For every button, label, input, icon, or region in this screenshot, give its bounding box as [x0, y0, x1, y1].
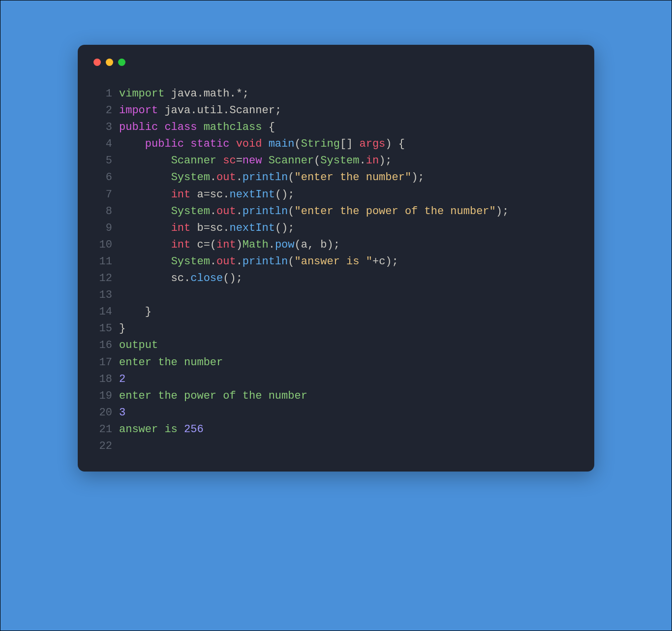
token-punct: .: [360, 155, 366, 167]
token-method: println: [243, 171, 288, 184]
line-number: 22: [92, 438, 112, 455]
token-punct: );: [411, 171, 424, 184]
code-line: 13: [92, 287, 580, 304]
minimize-icon[interactable]: [106, 59, 113, 66]
line-content: answer is 256: [119, 421, 204, 438]
token-var: [119, 222, 171, 234]
token-class: System: [171, 255, 210, 268]
token-var: [262, 138, 268, 150]
token-output: vimport: [119, 88, 164, 100]
token-punct: .: [236, 205, 243, 218]
token-var: [119, 239, 171, 251]
token-outnum: 2: [119, 373, 125, 385]
token-class: Scanner: [171, 155, 216, 167]
token-class: Math: [243, 239, 269, 251]
code-line: 19enter the power of the number: [92, 388, 580, 405]
token-punct: =: [236, 155, 243, 167]
token-type: out: [216, 171, 236, 184]
line-number: 2: [92, 102, 112, 119]
token-type: args: [360, 138, 386, 150]
line-content: }: [119, 320, 125, 337]
line-number: 9: [92, 220, 112, 237]
token-output: answer is: [119, 423, 184, 436]
line-number: 3: [92, 119, 112, 136]
token-punct: {: [269, 121, 275, 133]
token-var: java: [164, 88, 197, 100]
token-type: in: [366, 155, 379, 167]
code-line: 7 int a=sc.nextInt();: [92, 187, 580, 203]
code-area[interactable]: 1vimport java.math.*;2import java.util.S…: [92, 86, 580, 455]
code-editor-window: 1vimport java.math.*;2import java.util.S…: [78, 45, 594, 472]
token-var: b: [190, 222, 203, 234]
code-line: 4 public static void main(String[] args)…: [92, 136, 580, 153]
line-content: int a=sc.nextInt();: [119, 187, 294, 203]
token-punct: .: [184, 272, 190, 284]
line-number: 17: [92, 354, 112, 371]
token-punct: =(: [204, 239, 216, 251]
token-punct: .: [197, 88, 203, 100]
token-punct: }: [145, 306, 152, 318]
token-method: main: [269, 138, 295, 150]
token-var: a: [301, 239, 307, 251]
line-content: enter the power of the number: [119, 388, 307, 405]
line-content: sc.close();: [119, 270, 243, 287]
line-number: 15: [92, 320, 112, 337]
maximize-icon[interactable]: [118, 59, 125, 66]
token-punct: ();: [275, 222, 295, 234]
token-var: sc: [210, 222, 223, 234]
line-content: vimport java.math.*;: [119, 86, 249, 102]
token-var: [229, 138, 236, 150]
line-content: Scanner sc=new Scanner(System.in);: [119, 153, 392, 169]
token-var: [158, 121, 164, 133]
token-punct: );: [385, 255, 398, 268]
line-number: 6: [92, 169, 112, 186]
code-line: 21answer is 256: [92, 421, 580, 438]
token-var: [262, 155, 268, 167]
token-punct: .*;: [229, 88, 249, 100]
line-number: 12: [92, 270, 112, 287]
token-var: [119, 205, 171, 218]
line-content: public class mathclass {: [119, 119, 275, 136]
token-punct: );: [496, 205, 509, 218]
code-line: 16output: [92, 337, 580, 354]
line-number: 14: [92, 304, 112, 320]
code-line: 15}: [92, 320, 580, 337]
code-line: 8 System.out.println("enter the power of…: [92, 203, 580, 220]
token-punct: (: [294, 138, 301, 150]
line-content: output: [119, 337, 158, 354]
token-class: System: [171, 171, 210, 184]
token-method: pow: [275, 239, 295, 251]
code-line: 11 System.out.println("answer is "+c);: [92, 253, 580, 270]
token-punct: .: [210, 205, 216, 218]
token-string: "answer is ": [294, 255, 372, 268]
line-number: 1: [92, 86, 112, 102]
line-number: 7: [92, 187, 112, 203]
token-type: out: [216, 255, 236, 268]
token-var: [216, 155, 223, 167]
token-keyword: static: [190, 138, 229, 150]
token-string: "enter the number": [294, 171, 411, 184]
token-keyword: import: [119, 104, 158, 117]
token-method: println: [243, 205, 288, 218]
token-method: println: [243, 255, 288, 268]
line-content: 3: [119, 405, 125, 421]
token-punct: (: [288, 171, 294, 184]
line-number: 19: [92, 388, 112, 405]
token-output: enter the number: [119, 356, 223, 369]
line-number: 20: [92, 405, 112, 421]
token-type: int: [171, 189, 191, 201]
token-type: int: [171, 222, 191, 234]
token-punct: ();: [275, 189, 295, 201]
line-number: 8: [92, 203, 112, 220]
code-line: 3public class mathclass {: [92, 119, 580, 136]
token-punct: []: [340, 138, 360, 150]
token-var: c: [190, 239, 203, 251]
token-var: [119, 138, 145, 150]
token-punct: ;: [275, 104, 281, 117]
token-type: int: [216, 239, 236, 251]
token-punct: +: [372, 255, 379, 268]
code-line: 17enter the number: [92, 354, 580, 371]
token-var: sc: [119, 272, 184, 284]
token-var: Scanner: [229, 104, 275, 117]
close-icon[interactable]: [93, 59, 101, 66]
